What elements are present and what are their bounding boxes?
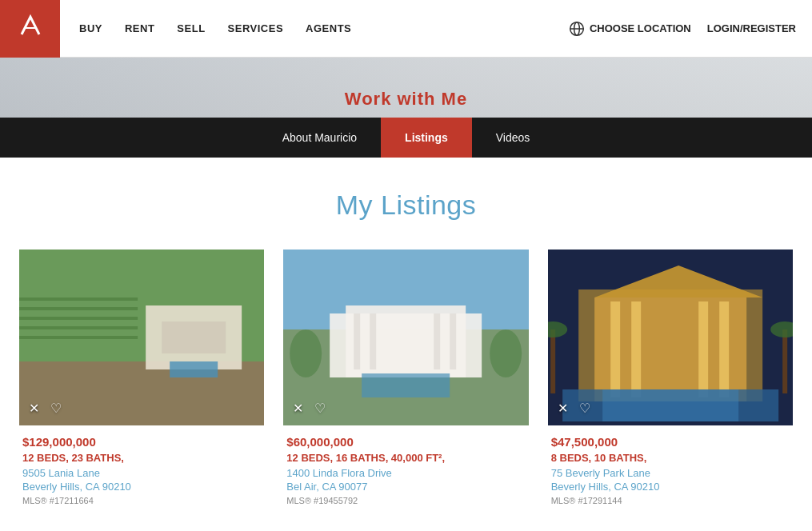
svg-rect-6 [19, 307, 138, 310]
favorite-listing-button[interactable]: ♡ [314, 401, 326, 416]
listing-card[interactable]: ✕ ♡ $47,500,000 8 BEDS, 10 BATHS, 75 Bev… [548, 250, 793, 505]
listing-info: $47,500,000 8 BEDS, 10 BATHS, 75 Beverly… [548, 425, 793, 505]
svg-rect-8 [19, 326, 138, 329]
svg-rect-11 [162, 321, 226, 353]
svg-point-22 [290, 329, 322, 377]
svg-rect-4 [19, 361, 264, 425]
svg-rect-21 [362, 373, 450, 397]
svg-rect-30 [698, 301, 708, 397]
svg-rect-37 [782, 329, 787, 393]
main-content: My Listings [0, 158, 812, 521]
listing-image [283, 250, 528, 425]
listing-actions: ✕ ♡ [558, 401, 590, 416]
listing-info: $60,000,000 12 BEDS, 16 BATHS, 40,000 FT… [283, 425, 528, 505]
svg-rect-7 [19, 317, 138, 320]
svg-rect-28 [610, 301, 620, 397]
listing-image-wrapper: ✕ ♡ [19, 250, 264, 425]
listings-grid: ✕ ♡ $129,000,000 12 BEDS, 23 BATHS, 9505… [16, 250, 796, 505]
nav-buy[interactable]: BUY [79, 22, 102, 34]
svg-rect-34 [602, 389, 738, 421]
svg-rect-31 [719, 301, 729, 397]
sub-navigation: About Mauricio Listings Videos [0, 118, 812, 158]
svg-rect-5 [19, 297, 138, 301]
svg-rect-16 [330, 313, 482, 377]
tab-listings[interactable]: Listings [381, 118, 472, 158]
main-nav: BUY RENT SELL SERVICES AGENTS [60, 22, 370, 34]
svg-rect-19 [434, 313, 440, 369]
choose-location-label: CHOOSE LOCATION [590, 22, 691, 34]
listing-beds-baths: 8 BEDS, 10 BATHS, [551, 452, 790, 464]
svg-rect-12 [170, 361, 218, 377]
logo[interactable] [0, 0, 60, 58]
listing-actions: ✕ ♡ [29, 401, 62, 416]
listing-image-wrapper: ✕ ♡ [548, 250, 793, 425]
header: BUY RENT SELL SERVICES AGENTS CHOOSE LOC… [0, 0, 812, 58]
page-title: My Listings [16, 190, 796, 221]
listing-mls: MLS® #19455792 [286, 496, 525, 505]
listing-image [548, 250, 793, 425]
listing-price: $129,000,000 [22, 435, 261, 449]
listing-info: $129,000,000 12 BEDS, 23 BATHS, 9505 Lan… [19, 425, 264, 505]
listing-city: Beverly Hills, CA 90210 [551, 481, 790, 493]
hero-text: Work with Me [345, 89, 467, 118]
nav-agents[interactable]: AGENTS [306, 22, 351, 34]
listing-card[interactable]: ✕ ♡ $129,000,000 12 BEDS, 23 BATHS, 9505… [19, 250, 264, 505]
listing-price: $60,000,000 [286, 435, 525, 449]
listing-mls: MLS® #17211664 [22, 496, 261, 505]
page-title-part1: My [336, 190, 381, 220]
listing-price: $47,500,000 [551, 435, 790, 449]
remove-listing-button[interactable]: ✕ [293, 401, 303, 416]
choose-location-button[interactable]: CHOOSE LOCATION [569, 21, 691, 37]
svg-rect-35 [550, 329, 555, 393]
logo-icon [15, 10, 46, 46]
favorite-listing-button[interactable]: ♡ [50, 401, 62, 416]
nav-sell[interactable]: SELL [177, 22, 205, 34]
listing-address: 1400 Linda Flora Drive [286, 467, 525, 479]
listing-city: Bel Air, CA 90077 [286, 481, 525, 493]
listing-city: Beverly Hills, CA 90210 [22, 481, 261, 493]
globe-icon [569, 21, 585, 37]
listing-beds-baths: 12 BEDS, 23 BATHS, [22, 452, 261, 464]
svg-rect-18 [370, 313, 376, 369]
listing-beds-baths: 12 BEDS, 16 BATHS, 40,000 FT², [286, 452, 525, 464]
nav-rent[interactable]: RENT [125, 22, 154, 34]
svg-point-23 [490, 329, 522, 377]
header-right: CHOOSE LOCATION LOGIN/REGISTER [569, 21, 812, 37]
svg-rect-9 [19, 336, 138, 339]
listing-actions: ✕ ♡ [293, 401, 326, 416]
listing-card[interactable]: ✕ ♡ $60,000,000 12 BEDS, 16 BATHS, 40,00… [283, 250, 528, 505]
remove-listing-button[interactable]: ✕ [558, 401, 568, 416]
tab-about-mauricio[interactable]: About Mauricio [258, 118, 381, 158]
listing-address: 9505 Lania Lane [22, 467, 261, 479]
favorite-listing-button[interactable]: ♡ [579, 401, 590, 416]
listing-mls: MLS® #17291144 [551, 496, 790, 505]
login-register-button[interactable]: LOGIN/REGISTER [707, 22, 796, 34]
remove-listing-button[interactable]: ✕ [29, 401, 39, 416]
svg-rect-29 [631, 301, 641, 397]
listing-image-wrapper: ✕ ♡ [283, 250, 528, 425]
svg-rect-20 [450, 313, 456, 369]
svg-rect-17 [354, 313, 360, 369]
tab-videos[interactable]: Videos [472, 118, 554, 158]
nav-services[interactable]: SERVICES [228, 22, 284, 34]
hero-banner: Work with Me [0, 58, 812, 118]
listing-address: 75 Beverly Park Lane [551, 467, 790, 479]
listing-image [19, 250, 264, 425]
page-title-part2: Listings [381, 190, 476, 220]
